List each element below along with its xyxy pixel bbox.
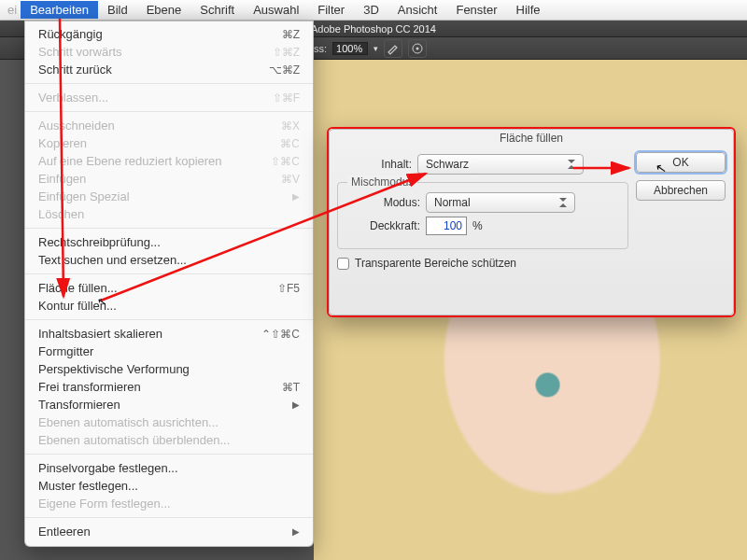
menu-separator — [25, 111, 313, 112]
menu-item[interactable]: Muster festlegen... — [25, 477, 313, 495]
preserve-transparency-checkbox[interactable] — [337, 258, 349, 270]
menu-item[interactable]: Inhaltsbasiert skalieren⌃⇧⌘C — [25, 325, 313, 343]
menu-separator — [25, 83, 313, 84]
menu-item[interactable]: Schritt zurück⌥⌘Z — [25, 61, 313, 78]
menubar-item[interactable]: Hilfe — [507, 1, 550, 19]
opacity-label: ss: — [314, 43, 327, 54]
airbrush-icon[interactable] — [408, 39, 427, 58]
edit-menu-dropdown: Rückgängig⌘ZSchritt vorwärts⇧⌘ZSchritt z… — [24, 21, 314, 547]
menu-item-shortcut: ⌘C — [280, 137, 300, 150]
menu-item-shortcut: ⌘Z — [282, 28, 300, 41]
menu-item: Ebenen automatisch ausrichten... — [25, 413, 313, 431]
menu-item[interactable]: Pinselvorgabe festlegen... — [25, 459, 313, 477]
menu-item-label: Kontur füllen... — [38, 299, 117, 313]
menu-item[interactable]: Formgitter — [25, 343, 313, 360]
menu-item-label: Einfügen — [38, 172, 86, 186]
mode-select[interactable]: Normal — [426, 192, 575, 213]
menu-item: Schritt vorwärts⇧⌘Z — [25, 43, 313, 61]
menu-item: Ebenen automatisch überblenden... — [25, 431, 313, 449]
fill-dialog: Fläche füllen Inhalt: Schwarz Mischmodus… — [327, 127, 736, 317]
svg-point-1 — [416, 47, 419, 49]
menu-item: Verblassen...⇧⌘F — [25, 89, 313, 106]
menubar-item[interactable]: 3D — [354, 1, 388, 19]
opacity-label: Deckkraft: — [345, 219, 420, 232]
menu-item-label: Auf eine Ebene reduziert kopieren — [38, 154, 222, 168]
menu-item: Löschen — [25, 205, 313, 223]
menu-item-label: Schritt zurück — [38, 63, 112, 77]
menu-item-label: Transformieren — [38, 398, 120, 412]
menu-item-label: Ausschneiden — [38, 119, 115, 133]
opacity-input[interactable] — [426, 217, 467, 235]
menu-item-label: Pinselvorgabe festlegen... — [38, 461, 178, 475]
menu-item: Einfügen Spezial▶ — [25, 188, 313, 205]
menu-item[interactable]: Entleeren▶ — [25, 523, 313, 540]
menubar-item[interactable]: Ansicht — [388, 1, 447, 19]
menu-item-label: Kopieren — [38, 136, 87, 150]
menu-item-label: Löschen — [38, 207, 84, 221]
menu-item-shortcut: ⇧F5 — [277, 282, 300, 295]
menu-separator — [25, 517, 313, 518]
mode-label: Modus: — [345, 196, 420, 209]
blend-legend: Mischmodus — [347, 175, 417, 189]
submenu-arrow-icon: ▶ — [292, 191, 300, 202]
menu-item[interactable]: Rechtschreibprüfung... — [25, 233, 313, 251]
menu-item-label: Ebenen automatisch überblenden... — [38, 433, 230, 447]
brush-pressure-icon[interactable] — [384, 39, 402, 58]
menubar-item[interactable]: Fenster — [446, 1, 506, 19]
menu-item-shortcut: ⌘T — [282, 381, 300, 394]
menu-item-shortcut: ⌃⇧⌘C — [261, 328, 300, 341]
menu-item: Eigene Form festlegen... — [25, 495, 313, 512]
menu-separator — [25, 319, 313, 320]
menu-item[interactable]: Fläche füllen...⇧F5 — [25, 279, 313, 297]
menubar-item[interactable]: Auswahl — [244, 1, 308, 19]
menu-item-label: Verblassen... — [38, 91, 108, 105]
menu-item-label: Entleeren — [38, 525, 91, 539]
menu-item-label: Einfügen Spezial — [38, 189, 130, 203]
menu-item-shortcut: ⌘X — [281, 119, 300, 133]
menu-item[interactable]: Rückgängig⌘Z — [25, 25, 313, 43]
menubar-item[interactable]: Filter — [308, 1, 354, 19]
menu-item-shortcut: ⇧⌘F — [273, 91, 300, 105]
menu-item-label: Eigene Form festlegen... — [38, 497, 171, 511]
menu-item-shortcut: ⌥⌘Z — [269, 63, 300, 77]
menu-item-label: Schritt vorwärts — [38, 45, 122, 59]
menu-item[interactable]: Frei transformieren⌘T — [25, 378, 313, 396]
menu-item-label: Fläche füllen... — [38, 281, 118, 295]
menubar-prefix: ei — [7, 1, 21, 19]
menu-item[interactable]: Perspektivische Verformung — [25, 360, 313, 378]
menubar-item[interactable]: Schrift — [190, 1, 244, 19]
submenu-arrow-icon: ▶ — [292, 399, 300, 410]
menu-item[interactable]: Transformieren▶ — [25, 396, 313, 413]
mode-value: Normal — [434, 196, 471, 209]
menubar-item[interactable]: Bearbeiten — [21, 1, 98, 19]
menu-item-label: Frei transformieren — [38, 380, 141, 394]
menu-separator — [25, 273, 313, 274]
menu-separator — [25, 228, 313, 229]
menu-item[interactable]: Kontur füllen... — [25, 297, 313, 315]
menu-item: Ausschneiden⌘X — [25, 117, 313, 134]
opacity-value[interactable]: 100% — [332, 42, 368, 55]
content-value: Schwarz — [426, 158, 469, 171]
menu-item-label: Perspektivische Verformung — [38, 362, 190, 376]
ok-button[interactable]: OK — [636, 152, 726, 173]
content-label: Inhalt: — [337, 158, 412, 171]
mac-menubar: ei BearbeitenBildEbeneSchriftAuswahlFilt… — [0, 0, 747, 21]
content-select[interactable]: Schwarz — [417, 154, 584, 175]
menu-item-shortcut: ⇧⌘Z — [273, 46, 300, 59]
menu-item-shortcut: ⌘V — [281, 173, 300, 186]
menu-item: Auf eine Ebene reduziert kopieren⇧⌘C — [25, 152, 313, 170]
dialog-title: Fläche füllen — [330, 130, 733, 148]
menu-item[interactable]: Text suchen und ersetzen... — [25, 251, 313, 269]
opacity-unit: % — [472, 219, 483, 232]
menu-item-label: Text suchen und ersetzen... — [38, 253, 187, 267]
cancel-button[interactable]: Abbrechen — [636, 180, 726, 201]
menu-separator — [25, 454, 313, 455]
menu-item-label: Inhaltsbasiert skalieren — [38, 327, 162, 341]
menu-item-label: Ebenen automatisch ausrichten... — [38, 415, 218, 429]
menu-item-label: Rückgängig — [38, 27, 103, 41]
chevron-down-icon[interactable]: ▾ — [374, 44, 378, 53]
preserve-transparency-label: Transparente Bereiche schützen — [355, 257, 516, 270]
menubar-item[interactable]: Ebene — [137, 1, 191, 19]
menu-item-label: Muster festlegen... — [38, 479, 138, 493]
menubar-item[interactable]: Bild — [98, 1, 137, 19]
